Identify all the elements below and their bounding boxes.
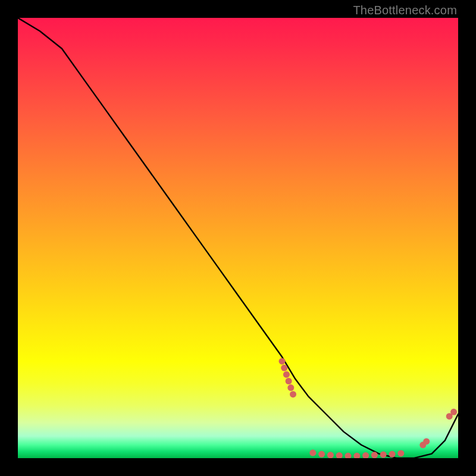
plot-area bbox=[18, 18, 458, 458]
svg-point-10 bbox=[345, 453, 352, 458]
svg-point-5 bbox=[290, 391, 296, 397]
svg-point-11 bbox=[353, 453, 360, 458]
svg-point-4 bbox=[287, 384, 294, 391]
svg-point-13 bbox=[371, 452, 378, 458]
svg-point-1 bbox=[281, 365, 287, 371]
svg-point-3 bbox=[286, 378, 292, 384]
svg-point-14 bbox=[380, 452, 387, 458]
chart-frame: TheBottleneck.com bbox=[0, 0, 476, 476]
svg-point-9 bbox=[336, 452, 343, 458]
scatter-dots bbox=[279, 358, 458, 458]
svg-point-0 bbox=[279, 358, 286, 365]
svg-point-6 bbox=[309, 450, 316, 456]
svg-point-15 bbox=[389, 451, 396, 458]
curve-line bbox=[18, 18, 458, 458]
watermark-text: TheBottleneck.com bbox=[353, 4, 457, 17]
svg-point-20 bbox=[450, 409, 457, 415]
svg-point-2 bbox=[283, 371, 290, 378]
svg-point-7 bbox=[318, 451, 325, 458]
svg-point-18 bbox=[423, 438, 430, 444]
chart-svg bbox=[18, 18, 458, 458]
svg-point-12 bbox=[362, 452, 369, 458]
svg-point-16 bbox=[397, 450, 404, 456]
svg-point-8 bbox=[327, 452, 334, 458]
